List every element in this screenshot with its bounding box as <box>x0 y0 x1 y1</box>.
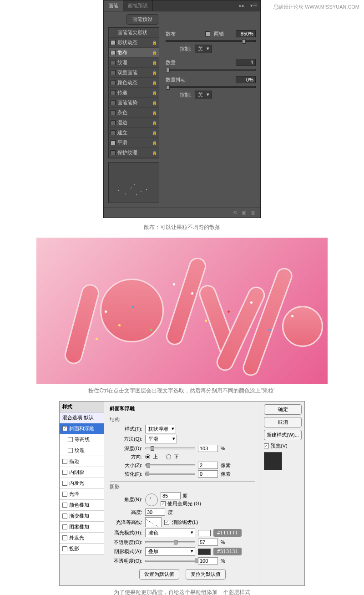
checkbox-icon[interactable] <box>62 492 67 497</box>
checkbox-icon[interactable] <box>111 50 116 55</box>
hl-hex: #ffffff <box>213 529 242 537</box>
li-bevel[interactable]: ✓斜面和浮雕 <box>60 423 104 434</box>
checkbox-icon[interactable] <box>111 100 116 105</box>
checkbox-icon[interactable] <box>68 437 73 442</box>
opt-brush-pose[interactable]: 画笔笔势🔒 <box>109 98 159 108</box>
opt-dual-brush[interactable]: 双重画笔🔒 <box>109 68 159 78</box>
checkbox-icon[interactable] <box>62 514 67 519</box>
li-texture[interactable]: 纹理 <box>60 445 104 456</box>
li-contour[interactable]: 等高线 <box>60 434 104 445</box>
opt-protect-texture[interactable]: 保护纹理🔒 <box>109 148 159 158</box>
count-slider[interactable] <box>166 69 256 71</box>
sh-color-swatch[interactable] <box>198 549 211 555</box>
checkbox-icon[interactable] <box>111 90 116 95</box>
size-slider[interactable] <box>145 464 195 466</box>
radio-up[interactable] <box>145 454 150 459</box>
depth-slider[interactable] <box>145 448 195 449</box>
antialias-check[interactable]: ✓ <box>164 520 169 525</box>
li-inner-shadow[interactable]: 内阴影 <box>60 467 104 478</box>
checkbox-icon[interactable] <box>111 70 116 75</box>
checkbox-icon[interactable] <box>111 120 116 125</box>
checkbox-icon[interactable] <box>111 60 116 65</box>
li-stroke[interactable]: 描边 <box>60 456 104 467</box>
sh-opacity-slider[interactable] <box>145 560 195 562</box>
checkbox-icon[interactable] <box>111 110 116 115</box>
scatter-value[interactable]: 850% <box>236 30 256 37</box>
brush-preset-button[interactable]: 画笔预设 <box>126 14 158 25</box>
depth-input[interactable] <box>198 445 218 452</box>
control2-select[interactable]: 关 <box>195 91 212 99</box>
new-style-button[interactable]: 新建样式(W)... <box>264 430 302 440</box>
checkbox-icon[interactable] <box>62 459 67 464</box>
hl-mode-select[interactable]: 滤色 <box>145 529 195 537</box>
checkbox-icon[interactable]: ✓ <box>62 426 67 431</box>
li-pattern-overlay[interactable]: 图案叠加 <box>60 522 104 533</box>
ok-button[interactable]: 确定 <box>264 404 302 415</box>
opt-smoothing[interactable]: 平滑🔒 <box>109 138 159 148</box>
new-icon[interactable]: ▣ <box>242 210 246 216</box>
hl-opacity-slider[interactable] <box>145 541 195 543</box>
angle-input[interactable] <box>161 492 181 499</box>
li-satin[interactable]: 光泽 <box>60 489 104 500</box>
angle-dial[interactable] <box>145 493 158 506</box>
tab-brush-preset[interactable]: 画笔预设 <box>123 0 153 11</box>
li-gradient-overlay[interactable]: 渐变叠加 <box>60 511 104 522</box>
opt-texture[interactable]: 纹理🔒 <box>109 58 159 68</box>
opt-scatter[interactable]: 散布🔒 <box>109 48 159 58</box>
cancel-button[interactable]: 取消 <box>264 417 302 427</box>
checkbox-icon[interactable] <box>68 448 73 453</box>
sh-mode-select[interactable]: 叠加 <box>145 547 195 556</box>
checkbox-icon[interactable] <box>62 535 67 540</box>
opt-noise[interactable]: 杂色🔒 <box>109 108 159 118</box>
trash-icon[interactable]: 🗑 <box>251 210 256 216</box>
style-select[interactable]: 枕状浮雕 <box>145 425 176 433</box>
global-light-check[interactable]: ✓ <box>161 501 166 506</box>
li-inner-glow[interactable]: 内发光 <box>60 478 104 489</box>
preview-check[interactable]: ✓ <box>264 443 269 448</box>
checkbox-icon[interactable] <box>111 80 116 85</box>
li-color-overlay[interactable]: 颜色叠加 <box>60 500 104 511</box>
sh-opacity-input[interactable] <box>198 557 218 564</box>
hl-opacity-input[interactable] <box>198 539 218 546</box>
collapse-icon[interactable]: ▸▸ <box>237 3 248 9</box>
soften-input[interactable] <box>198 470 218 478</box>
opt-wet-edges[interactable]: 湿边🔒 <box>109 118 159 128</box>
jitter-slider[interactable] <box>166 86 256 88</box>
menu-icon[interactable]: ▾☰ <box>248 3 260 9</box>
radio-down[interactable] <box>166 454 171 459</box>
opt-buildup[interactable]: 建立🔒 <box>109 128 159 138</box>
size-input[interactable] <box>198 462 218 469</box>
method-select[interactable]: 平滑 <box>145 435 177 443</box>
li-drop-shadow[interactable]: 投影 <box>60 544 104 554</box>
toggle-icon[interactable]: ⟲ <box>233 210 237 216</box>
both-axes-check[interactable] <box>205 31 210 36</box>
scatter-slider[interactable] <box>166 40 256 42</box>
soften-slider[interactable] <box>145 473 195 475</box>
opt-transfer[interactable]: 传递🔒 <box>109 88 159 98</box>
checkbox-icon[interactable] <box>62 524 67 529</box>
hl-color-swatch[interactable] <box>198 530 211 536</box>
jitter-value[interactable]: 0% <box>236 76 256 83</box>
blend-options[interactable]: 混合选项:默认 <box>60 412 104 423</box>
control-select[interactable]: 关 <box>195 45 212 53</box>
checkbox-icon[interactable] <box>62 470 67 475</box>
caption-3: 为了使果粒更加晶莹，再给这个果粒组添加一个图层样式 <box>0 589 364 595</box>
checkbox-icon[interactable] <box>111 40 116 45</box>
set-default-button[interactable]: 设置为默认值 <box>139 569 179 580</box>
checkbox-icon[interactable] <box>62 546 67 551</box>
li-outer-glow[interactable]: 外发光 <box>60 533 104 544</box>
checkbox-icon[interactable] <box>62 481 67 486</box>
reset-default-button[interactable]: 复位为默认值 <box>186 569 226 580</box>
checkbox-icon[interactable] <box>111 140 116 145</box>
checkbox-icon[interactable] <box>62 503 67 508</box>
checkbox-icon[interactable] <box>111 150 116 155</box>
gloss-contour[interactable] <box>145 517 162 527</box>
opt-color-dynamics[interactable]: 颜色动态🔒 <box>109 78 159 88</box>
tab-brush[interactable]: 画笔 <box>104 0 123 11</box>
opt-shape-dynamics[interactable]: 形状动态🔒 <box>109 38 159 48</box>
brush-panel: 画笔 画笔预设 ▸▸ ▾☰ 画笔预设 画笔笔尖形状 形状动态🔒 散布🔒 纹理🔒 … <box>103 0 261 218</box>
count-value[interactable]: 1 <box>236 59 256 66</box>
checkbox-icon[interactable] <box>111 130 116 135</box>
altitude-input[interactable] <box>145 509 165 516</box>
brush-tip-shape[interactable]: 画笔笔尖形状 <box>109 28 159 38</box>
